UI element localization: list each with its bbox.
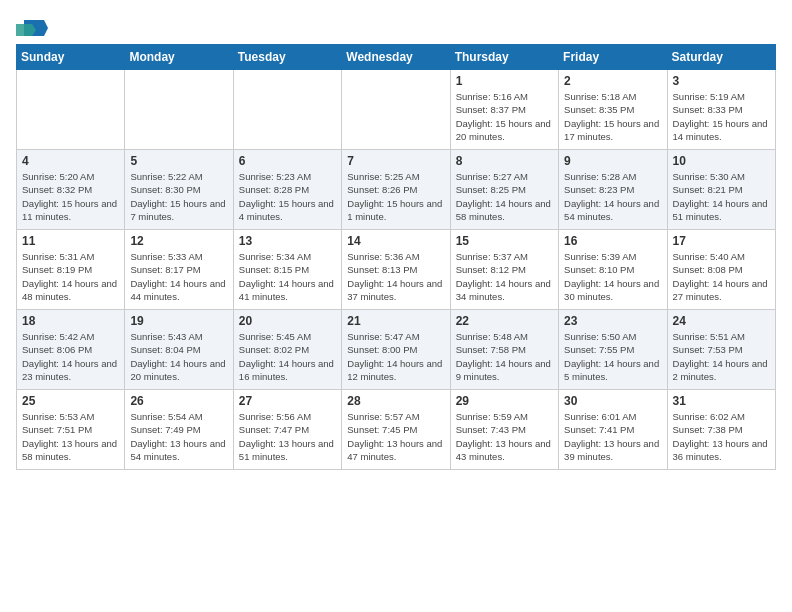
calendar-week-row: 11Sunrise: 5:31 AM Sunset: 8:19 PM Dayli… bbox=[17, 230, 776, 310]
day-content: Sunrise: 5:59 AM Sunset: 7:43 PM Dayligh… bbox=[456, 410, 553, 463]
calendar-cell: 16Sunrise: 5:39 AM Sunset: 8:10 PM Dayli… bbox=[559, 230, 667, 310]
day-content: Sunrise: 5:27 AM Sunset: 8:25 PM Dayligh… bbox=[456, 170, 553, 223]
day-number: 13 bbox=[239, 234, 336, 248]
day-content: Sunrise: 5:16 AM Sunset: 8:37 PM Dayligh… bbox=[456, 90, 553, 143]
day-content: Sunrise: 5:48 AM Sunset: 7:58 PM Dayligh… bbox=[456, 330, 553, 383]
day-content: Sunrise: 5:45 AM Sunset: 8:02 PM Dayligh… bbox=[239, 330, 336, 383]
day-number: 24 bbox=[673, 314, 770, 328]
calendar-cell: 23Sunrise: 5:50 AM Sunset: 7:55 PM Dayli… bbox=[559, 310, 667, 390]
calendar-header: SundayMondayTuesdayWednesdayThursdayFrid… bbox=[17, 45, 776, 70]
day-content: Sunrise: 5:28 AM Sunset: 8:23 PM Dayligh… bbox=[564, 170, 661, 223]
calendar-cell bbox=[342, 70, 450, 150]
calendar-cell: 17Sunrise: 5:40 AM Sunset: 8:08 PM Dayli… bbox=[667, 230, 775, 310]
day-content: Sunrise: 5:34 AM Sunset: 8:15 PM Dayligh… bbox=[239, 250, 336, 303]
calendar-cell: 18Sunrise: 5:42 AM Sunset: 8:06 PM Dayli… bbox=[17, 310, 125, 390]
day-number: 31 bbox=[673, 394, 770, 408]
calendar-cell bbox=[17, 70, 125, 150]
calendar-cell: 5Sunrise: 5:22 AM Sunset: 8:30 PM Daylig… bbox=[125, 150, 233, 230]
day-content: Sunrise: 5:30 AM Sunset: 8:21 PM Dayligh… bbox=[673, 170, 770, 223]
calendar-cell bbox=[233, 70, 341, 150]
day-content: Sunrise: 5:25 AM Sunset: 8:26 PM Dayligh… bbox=[347, 170, 444, 223]
day-number: 16 bbox=[564, 234, 661, 248]
calendar-cell: 31Sunrise: 6:02 AM Sunset: 7:38 PM Dayli… bbox=[667, 390, 775, 470]
day-number: 4 bbox=[22, 154, 119, 168]
day-number: 23 bbox=[564, 314, 661, 328]
day-content: Sunrise: 5:56 AM Sunset: 7:47 PM Dayligh… bbox=[239, 410, 336, 463]
calendar-cell: 1Sunrise: 5:16 AM Sunset: 8:37 PM Daylig… bbox=[450, 70, 558, 150]
calendar-cell: 14Sunrise: 5:36 AM Sunset: 8:13 PM Dayli… bbox=[342, 230, 450, 310]
calendar-cell: 7Sunrise: 5:25 AM Sunset: 8:26 PM Daylig… bbox=[342, 150, 450, 230]
day-content: Sunrise: 6:02 AM Sunset: 7:38 PM Dayligh… bbox=[673, 410, 770, 463]
day-number: 9 bbox=[564, 154, 661, 168]
day-number: 17 bbox=[673, 234, 770, 248]
weekday-header: Saturday bbox=[667, 45, 775, 70]
calendar-cell: 22Sunrise: 5:48 AM Sunset: 7:58 PM Dayli… bbox=[450, 310, 558, 390]
logo-icon bbox=[16, 16, 44, 36]
calendar-cell: 8Sunrise: 5:27 AM Sunset: 8:25 PM Daylig… bbox=[450, 150, 558, 230]
weekday-header: Sunday bbox=[17, 45, 125, 70]
day-number: 26 bbox=[130, 394, 227, 408]
calendar-cell: 3Sunrise: 5:19 AM Sunset: 8:33 PM Daylig… bbox=[667, 70, 775, 150]
calendar-cell: 20Sunrise: 5:45 AM Sunset: 8:02 PM Dayli… bbox=[233, 310, 341, 390]
calendar-cell: 15Sunrise: 5:37 AM Sunset: 8:12 PM Dayli… bbox=[450, 230, 558, 310]
day-number: 3 bbox=[673, 74, 770, 88]
calendar-cell: 26Sunrise: 5:54 AM Sunset: 7:49 PM Dayli… bbox=[125, 390, 233, 470]
calendar-table: SundayMondayTuesdayWednesdayThursdayFrid… bbox=[16, 44, 776, 470]
day-content: Sunrise: 5:40 AM Sunset: 8:08 PM Dayligh… bbox=[673, 250, 770, 303]
day-number: 18 bbox=[22, 314, 119, 328]
calendar-cell: 9Sunrise: 5:28 AM Sunset: 8:23 PM Daylig… bbox=[559, 150, 667, 230]
calendar-cell: 12Sunrise: 5:33 AM Sunset: 8:17 PM Dayli… bbox=[125, 230, 233, 310]
svg-marker-1 bbox=[16, 24, 36, 36]
calendar-cell: 27Sunrise: 5:56 AM Sunset: 7:47 PM Dayli… bbox=[233, 390, 341, 470]
calendar-cell: 11Sunrise: 5:31 AM Sunset: 8:19 PM Dayli… bbox=[17, 230, 125, 310]
calendar-cell: 4Sunrise: 5:20 AM Sunset: 8:32 PM Daylig… bbox=[17, 150, 125, 230]
day-content: Sunrise: 5:39 AM Sunset: 8:10 PM Dayligh… bbox=[564, 250, 661, 303]
weekday-header: Wednesday bbox=[342, 45, 450, 70]
day-content: Sunrise: 5:57 AM Sunset: 7:45 PM Dayligh… bbox=[347, 410, 444, 463]
day-number: 22 bbox=[456, 314, 553, 328]
day-content: Sunrise: 5:19 AM Sunset: 8:33 PM Dayligh… bbox=[673, 90, 770, 143]
calendar-week-row: 1Sunrise: 5:16 AM Sunset: 8:37 PM Daylig… bbox=[17, 70, 776, 150]
day-number: 30 bbox=[564, 394, 661, 408]
day-content: Sunrise: 5:37 AM Sunset: 8:12 PM Dayligh… bbox=[456, 250, 553, 303]
calendar-cell: 21Sunrise: 5:47 AM Sunset: 8:00 PM Dayli… bbox=[342, 310, 450, 390]
day-number: 11 bbox=[22, 234, 119, 248]
day-number: 20 bbox=[239, 314, 336, 328]
day-content: Sunrise: 5:54 AM Sunset: 7:49 PM Dayligh… bbox=[130, 410, 227, 463]
day-number: 21 bbox=[347, 314, 444, 328]
day-number: 14 bbox=[347, 234, 444, 248]
day-number: 10 bbox=[673, 154, 770, 168]
day-number: 15 bbox=[456, 234, 553, 248]
day-number: 8 bbox=[456, 154, 553, 168]
page-header bbox=[16, 16, 776, 36]
day-content: Sunrise: 6:01 AM Sunset: 7:41 PM Dayligh… bbox=[564, 410, 661, 463]
weekday-header: Friday bbox=[559, 45, 667, 70]
day-number: 2 bbox=[564, 74, 661, 88]
weekday-row: SundayMondayTuesdayWednesdayThursdayFrid… bbox=[17, 45, 776, 70]
day-content: Sunrise: 5:36 AM Sunset: 8:13 PM Dayligh… bbox=[347, 250, 444, 303]
day-content: Sunrise: 5:20 AM Sunset: 8:32 PM Dayligh… bbox=[22, 170, 119, 223]
calendar-body: 1Sunrise: 5:16 AM Sunset: 8:37 PM Daylig… bbox=[17, 70, 776, 470]
calendar-week-row: 18Sunrise: 5:42 AM Sunset: 8:06 PM Dayli… bbox=[17, 310, 776, 390]
day-number: 5 bbox=[130, 154, 227, 168]
day-content: Sunrise: 5:43 AM Sunset: 8:04 PM Dayligh… bbox=[130, 330, 227, 383]
day-content: Sunrise: 5:53 AM Sunset: 7:51 PM Dayligh… bbox=[22, 410, 119, 463]
calendar-cell: 29Sunrise: 5:59 AM Sunset: 7:43 PM Dayli… bbox=[450, 390, 558, 470]
day-content: Sunrise: 5:51 AM Sunset: 7:53 PM Dayligh… bbox=[673, 330, 770, 383]
day-content: Sunrise: 5:22 AM Sunset: 8:30 PM Dayligh… bbox=[130, 170, 227, 223]
day-number: 6 bbox=[239, 154, 336, 168]
calendar-cell: 10Sunrise: 5:30 AM Sunset: 8:21 PM Dayli… bbox=[667, 150, 775, 230]
calendar-cell: 19Sunrise: 5:43 AM Sunset: 8:04 PM Dayli… bbox=[125, 310, 233, 390]
calendar-cell: 24Sunrise: 5:51 AM Sunset: 7:53 PM Dayli… bbox=[667, 310, 775, 390]
weekday-header: Monday bbox=[125, 45, 233, 70]
calendar-week-row: 25Sunrise: 5:53 AM Sunset: 7:51 PM Dayli… bbox=[17, 390, 776, 470]
day-number: 7 bbox=[347, 154, 444, 168]
day-content: Sunrise: 5:33 AM Sunset: 8:17 PM Dayligh… bbox=[130, 250, 227, 303]
day-number: 19 bbox=[130, 314, 227, 328]
day-number: 29 bbox=[456, 394, 553, 408]
calendar-cell: 30Sunrise: 6:01 AM Sunset: 7:41 PM Dayli… bbox=[559, 390, 667, 470]
day-content: Sunrise: 5:18 AM Sunset: 8:35 PM Dayligh… bbox=[564, 90, 661, 143]
calendar-cell: 6Sunrise: 5:23 AM Sunset: 8:28 PM Daylig… bbox=[233, 150, 341, 230]
day-number: 27 bbox=[239, 394, 336, 408]
calendar-cell bbox=[125, 70, 233, 150]
